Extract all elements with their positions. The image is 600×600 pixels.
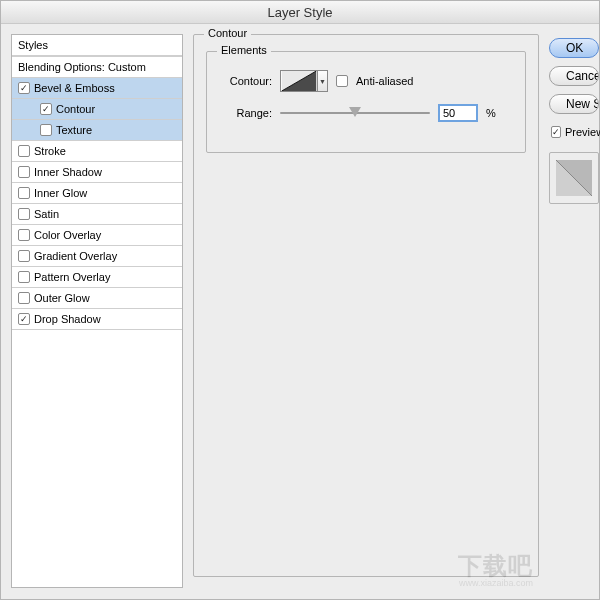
contour-label: Contour: xyxy=(217,75,272,87)
watermark-url: www.xiazaiba.com xyxy=(459,578,533,588)
sidebar-item-inner-shadow[interactable]: Inner Shadow xyxy=(12,162,182,183)
slider-thumb-icon xyxy=(349,107,361,117)
checkbox-icon[interactable] xyxy=(18,187,30,199)
contour-thumb-icon xyxy=(280,70,318,92)
sidebar-item-label: Outer Glow xyxy=(34,292,90,304)
sidebar-item-label: Satin xyxy=(34,208,59,220)
checkbox-icon[interactable] xyxy=(40,103,52,115)
range-unit: % xyxy=(486,107,496,119)
sidebar-item-inner-glow[interactable]: Inner Glow xyxy=(12,183,182,204)
checkbox-icon[interactable] xyxy=(18,250,30,262)
sidebar-item-outer-glow[interactable]: Outer Glow xyxy=(12,288,182,309)
sidebar-item-label: Inner Shadow xyxy=(34,166,102,178)
sidebar-item-label: Stroke xyxy=(34,145,66,157)
new-style-label: New Style... xyxy=(566,97,599,111)
range-input[interactable] xyxy=(438,104,478,122)
preview-checkbox[interactable] xyxy=(551,126,561,138)
contour-picker[interactable]: ▼ xyxy=(280,70,328,92)
checkbox-icon[interactable] xyxy=(40,124,52,136)
subgroup-legend: Elements xyxy=(217,44,271,56)
sidebar-item-contour[interactable]: Contour xyxy=(12,99,182,120)
checkbox-icon[interactable] xyxy=(18,271,30,283)
cancel-label: Cancel xyxy=(566,69,599,83)
sidebar-item-label: Inner Glow xyxy=(34,187,87,199)
sidebar-item-label: Drop Shadow xyxy=(34,313,101,325)
sidebar-header-blending[interactable]: Blending Options: Custom xyxy=(12,56,182,78)
checkbox-icon[interactable] xyxy=(18,208,30,220)
checkbox-icon[interactable] xyxy=(18,145,30,157)
sidebar-header-styles[interactable]: Styles xyxy=(12,35,182,56)
window-title: Layer Style xyxy=(1,1,599,24)
checkbox-icon[interactable] xyxy=(18,82,30,94)
chevron-down-icon: ▼ xyxy=(318,70,328,92)
sidebar-item-label: Color Overlay xyxy=(34,229,101,241)
sidebar-item-gradient-overlay[interactable]: Gradient Overlay xyxy=(12,246,182,267)
group-legend: Contour xyxy=(204,27,251,39)
right-column: OK Cancel New Style... Preview xyxy=(549,34,599,588)
preview-label: Preview xyxy=(565,126,600,138)
range-row: Range: % xyxy=(217,104,515,122)
checkbox-icon[interactable] xyxy=(18,229,30,241)
content-area: Styles Blending Options: Custom Bevel & … xyxy=(1,24,599,598)
range-slider[interactable] xyxy=(280,105,430,121)
contour-group: Contour Elements Contour: xyxy=(193,34,539,577)
range-label: Range: xyxy=(217,107,272,119)
sidebar-item-label: Gradient Overlay xyxy=(34,250,117,262)
ok-label: OK xyxy=(566,41,583,55)
sidebar-item-color-overlay[interactable]: Color Overlay xyxy=(12,225,182,246)
center-panel: Contour Elements Contour: xyxy=(193,34,539,588)
antialiased-checkbox[interactable] xyxy=(336,75,348,87)
preview-row[interactable]: Preview xyxy=(549,126,599,138)
checkbox-icon[interactable] xyxy=(18,166,30,178)
checkbox-icon[interactable] xyxy=(18,313,30,325)
sidebar-item-label: Bevel & Emboss xyxy=(34,82,115,94)
antialiased-label[interactable]: Anti-aliased xyxy=(356,75,413,87)
preview-swatch xyxy=(549,152,599,204)
styles-sidebar: Styles Blending Options: Custom Bevel & … xyxy=(11,34,183,588)
new-style-button[interactable]: New Style... xyxy=(549,94,599,114)
sidebar-item-stroke[interactable]: Stroke xyxy=(12,141,182,162)
sidebar-item-label: Pattern Overlay xyxy=(34,271,110,283)
checkbox-icon[interactable] xyxy=(18,292,30,304)
sidebar-item-texture[interactable]: Texture xyxy=(12,120,182,141)
sidebar-item-satin[interactable]: Satin xyxy=(12,204,182,225)
sidebar-item-label: Contour xyxy=(56,103,95,115)
sidebar-list: Bevel & EmbossContourTextureStrokeInner … xyxy=(12,78,182,330)
cancel-button[interactable]: Cancel xyxy=(549,66,599,86)
sidebar-item-drop-shadow[interactable]: Drop Shadow xyxy=(12,309,182,330)
sidebar-item-pattern-overlay[interactable]: Pattern Overlay xyxy=(12,267,182,288)
layer-style-window: Layer Style Styles Blending Options: Cus… xyxy=(0,0,600,600)
sidebar-item-label: Texture xyxy=(56,124,92,136)
contour-row: Contour: ▼ Ant xyxy=(217,70,515,92)
ok-button[interactable]: OK xyxy=(549,38,599,58)
sidebar-item-bevel-emboss[interactable]: Bevel & Emboss xyxy=(12,78,182,99)
elements-group: Elements Contour: ▼ xyxy=(206,51,526,153)
